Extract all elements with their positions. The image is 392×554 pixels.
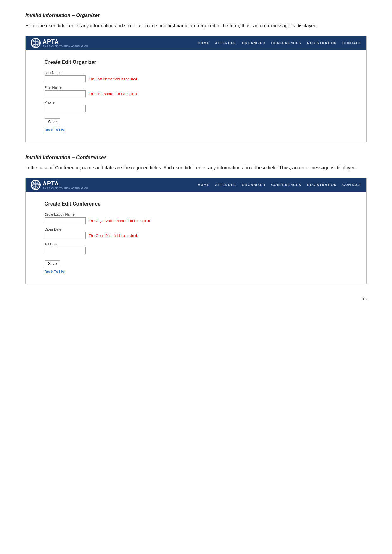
nav-registration-1[interactable]: REGISTRATION bbox=[307, 41, 337, 45]
form1-phone-row bbox=[45, 105, 347, 112]
form1-lastname-error: The Last Name field is required. bbox=[89, 77, 138, 81]
form1-firstname-input[interactable] bbox=[45, 90, 86, 97]
form1-save-button[interactable]: Save bbox=[45, 118, 60, 125]
form1-lastname-label: Last Name bbox=[45, 71, 347, 75]
form2-opendate-error: The Open Date field is required. bbox=[89, 234, 138, 238]
nav-conferences-1[interactable]: CONFERENCES bbox=[271, 41, 301, 45]
form2-opendate-input[interactable] bbox=[45, 232, 86, 239]
form2-content: Create Edit Conference Organization Name… bbox=[26, 192, 366, 284]
form1-lastname-row: The Last Name field is required. bbox=[45, 75, 347, 82]
form1-firstname-label: First Name bbox=[45, 86, 347, 89]
apta-logo-icon-1 bbox=[31, 38, 41, 48]
form2-back-link[interactable]: Back To List bbox=[45, 270, 65, 274]
section2-title: Invalid Information – Conferences bbox=[25, 155, 367, 160]
form1-content: Create Edit Organizer Last Name The Last… bbox=[26, 50, 366, 142]
form2-opendate-group: Open Date The Open Date field is require… bbox=[45, 227, 347, 239]
nav-organizer-1[interactable]: ORGANIZER bbox=[242, 41, 265, 45]
form2-orgname-label: Organization Name bbox=[45, 213, 347, 216]
nav-home-1[interactable]: HOME bbox=[198, 41, 209, 45]
nav-attendee-1[interactable]: ATTENDEE bbox=[215, 41, 236, 45]
form2-address-group: Address bbox=[45, 242, 347, 254]
nav-logo-textblock-1: APTA ASIA PACIFIC TOURISM ASSOCIATION bbox=[43, 39, 88, 47]
nav-attendee-2[interactable]: ATTENDEE bbox=[215, 183, 236, 187]
section1-description: Here, the user didn't enter any informat… bbox=[25, 22, 367, 29]
form2-address-row bbox=[45, 247, 347, 254]
form1-lastname-group: Last Name The Last Name field is require… bbox=[45, 71, 347, 82]
form2-save-button[interactable]: Save bbox=[45, 260, 60, 267]
section2-description: In the case of Conference, name and date… bbox=[25, 164, 367, 172]
nav-contact-1[interactable]: CONTACT bbox=[342, 41, 361, 45]
nav-logo-sub-2: ASIA PACIFIC TOURISM ASSOCIATION bbox=[43, 187, 88, 189]
nav-links-2: HOME ATTENDEE ORGANIZER CONFERENCES REGI… bbox=[198, 183, 361, 187]
form1-phone-label: Phone bbox=[45, 100, 347, 104]
nav-bar-1: APTA ASIA PACIFIC TOURISM ASSOCIATION HO… bbox=[26, 36, 366, 50]
form1-firstname-group: First Name The First Name field is requi… bbox=[45, 86, 347, 97]
browser-window-1: APTA ASIA PACIFIC TOURISM ASSOCIATION HO… bbox=[25, 36, 367, 142]
form1-firstname-error: The First Name field is required. bbox=[89, 92, 138, 96]
form2-orgname-input[interactable] bbox=[45, 217, 86, 224]
form1-title: Create Edit Organizer bbox=[45, 59, 347, 65]
form2-opendate-row: The Open Date field is required. bbox=[45, 232, 347, 239]
browser-window-2: APTA ASIA PACIFIC TOURISM ASSOCIATION HO… bbox=[25, 178, 367, 284]
nav-logo-textblock-2: APTA ASIA PACIFIC TOURISM ASSOCIATION bbox=[43, 180, 88, 189]
form2-orgname-error: The Organization Name field is required. bbox=[89, 219, 151, 223]
nav-registration-2[interactable]: REGISTRATION bbox=[307, 183, 337, 187]
form2-orgname-group: Organization Name The Organization Name … bbox=[45, 213, 347, 224]
form1-firstname-row: The First Name field is required. bbox=[45, 90, 347, 97]
apta-logo-icon-2 bbox=[31, 180, 41, 190]
form1-phone-group: Phone bbox=[45, 100, 347, 112]
nav-home-2[interactable]: HOME bbox=[198, 183, 209, 187]
nav-links-1: HOME ATTENDEE ORGANIZER CONFERENCES REGI… bbox=[198, 41, 361, 45]
nav-logo-2: APTA ASIA PACIFIC TOURISM ASSOCIATION bbox=[31, 180, 88, 190]
form2-address-label: Address bbox=[45, 242, 347, 246]
nav-conferences-2[interactable]: CONFERENCES bbox=[271, 183, 301, 187]
nav-bar-2: APTA ASIA PACIFIC TOURISM ASSOCIATION HO… bbox=[26, 178, 366, 192]
nav-logo-1: APTA ASIA PACIFIC TOURISM ASSOCIATION bbox=[31, 38, 88, 48]
form1-phone-input[interactable] bbox=[45, 105, 86, 112]
form1-lastname-input[interactable] bbox=[45, 75, 86, 82]
page-number: 13 bbox=[25, 297, 367, 301]
form2-title: Create Edit Conference bbox=[45, 201, 347, 207]
form2-address-input[interactable] bbox=[45, 247, 86, 254]
form1-back-link[interactable]: Back To List bbox=[45, 128, 65, 132]
nav-contact-2[interactable]: CONTACT bbox=[342, 183, 361, 187]
section1-title: Invalid Information – Organizer bbox=[25, 13, 367, 18]
form2-opendate-label: Open Date bbox=[45, 227, 347, 231]
nav-logo-text-2: APTA bbox=[43, 180, 59, 187]
nav-logo-sub-1: ASIA PACIFIC TOURISM ASSOCIATION bbox=[43, 45, 88, 47]
form2-orgname-row: The Organization Name field is required. bbox=[45, 217, 347, 224]
nav-logo-text-1: APTA bbox=[43, 39, 59, 45]
nav-organizer-2[interactable]: ORGANIZER bbox=[242, 183, 265, 187]
